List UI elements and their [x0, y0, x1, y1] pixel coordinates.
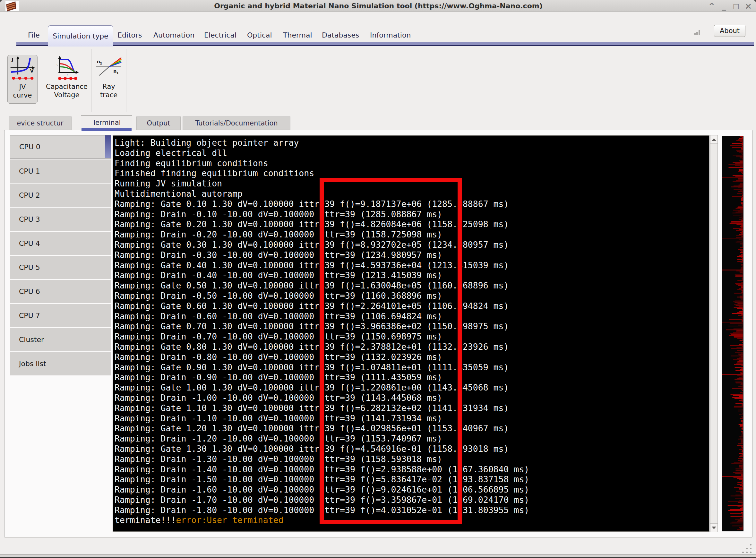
resize-grip[interactable]	[738, 542, 754, 555]
sidebar-item-cluster[interactable]: Cluster	[10, 328, 111, 351]
svg-text:J: J	[11, 57, 14, 62]
toolbar-separator	[126, 49, 126, 112]
menu-item-thermal[interactable]: Thermal	[283, 31, 312, 39]
sidebar-item-cpu1[interactable]: CPU 1	[10, 159, 111, 183]
arrow-down-icon	[712, 527, 716, 529]
title-bar[interactable]: Organic and hybrid Material Nano Simulat…	[0, 0, 756, 12]
arrow-up-icon	[712, 138, 716, 141]
app-logo-icon	[5, 1, 20, 11]
capacitance-voltage-button[interactable]: C v Capacitance Voltage	[44, 55, 90, 104]
about-button-label: About	[720, 27, 740, 35]
about-button[interactable]: About	[714, 25, 746, 37]
sidebar-item-cpu4[interactable]: CPU 4	[10, 232, 111, 255]
cpu-activity-graph	[722, 136, 744, 531]
annotation-red-rectangle	[320, 178, 462, 524]
menu-item-simulation-type[interactable]: Simulation type	[48, 25, 113, 47]
menu-item-file[interactable]: File	[28, 31, 40, 39]
svg-text:1: 1	[117, 71, 119, 75]
toolbar-separator	[92, 49, 92, 112]
capacitance-voltage-label: Capacitance Voltage	[46, 82, 87, 99]
svg-text:v: v	[67, 74, 68, 76]
jv-curve-button[interactable]: J V JV curve	[7, 55, 37, 104]
svg-text:C: C	[56, 64, 58, 66]
tab-tutorials-documentation[interactable]: Tutorials/Documentation	[183, 117, 291, 130]
terminal-scrollbar[interactable]	[710, 135, 718, 532]
tab-terminal-active-underline	[81, 128, 131, 131]
app-window: Organic and hybrid Material Nano Simulat…	[0, 0, 756, 558]
terminal-line: Finding equilibrium conditions	[115, 158, 709, 169]
signal-bars-icon	[694, 29, 702, 35]
window-shade-icon[interactable]: ^	[706, 1, 717, 11]
cpu-activity-bars	[722, 136, 744, 531]
menu-item-databases[interactable]: Databases	[322, 31, 359, 39]
svg-text:2: 2	[100, 61, 102, 65]
sidebar-item-jobs-list[interactable]: Jobs list	[10, 352, 111, 375]
jv-curve-icon: J V	[9, 55, 36, 83]
toolbar-separator	[39, 49, 39, 112]
scroll-down-button[interactable]	[710, 523, 717, 532]
ray-trace-button[interactable]: n 2 n 1 Ray trace	[93, 55, 125, 104]
ray-trace-label: Ray trace	[100, 82, 118, 99]
menu-item-electrical[interactable]: Electrical	[204, 31, 236, 39]
ray-trace-icon: n 2 n 1	[95, 55, 123, 82]
sidebar-item-cpu5[interactable]: CPU 5	[10, 256, 111, 279]
window-minimize-icon[interactable]: _	[719, 1, 729, 11]
menu-item-optical[interactable]: Optical	[247, 31, 272, 39]
menu-item-automation[interactable]: Automation	[153, 31, 195, 39]
cpu0-selection-stripe	[105, 135, 111, 158]
terminal-line: Finished finding equilibrium conditions	[115, 168, 709, 178]
terminal-error-text: error:User terminated	[176, 515, 283, 525]
sidebar-item-cpu2[interactable]: CPU 2	[10, 183, 111, 207]
window-close-icon[interactable]: ×	[743, 1, 754, 11]
menu-item-simulation-type-label: Simulation type	[53, 32, 108, 40]
window-title: Organic and hybrid Material Nano Simulat…	[0, 2, 756, 10]
menu-item-information[interactable]: Information	[370, 31, 411, 39]
scrollbar-thumb[interactable]	[711, 144, 717, 523]
terminal-line: Loading electrical dll	[115, 148, 709, 158]
sidebar-item-cpu6[interactable]: CPU 6	[10, 280, 111, 303]
window-bottom-edge	[0, 557, 756, 558]
sidebar-item-cpu7[interactable]: CPU 7	[10, 304, 111, 327]
svg-text:V: V	[30, 69, 34, 74]
menu-underline-dark	[16, 45, 754, 46]
window-maximize-icon[interactable]: □	[731, 1, 741, 11]
scroll-up-button[interactable]	[710, 135, 717, 144]
terminal-line: Light: Building object pointer array	[115, 138, 709, 148]
capacitance-voltage-icon: C v	[53, 55, 80, 82]
sidebar-item-cpu0[interactable]: CPU 0	[10, 135, 111, 158]
tab-output[interactable]: Output	[136, 117, 181, 130]
menu-item-editors[interactable]: Editors	[118, 31, 142, 39]
sidebar-item-cpu3[interactable]: CPU 3	[10, 208, 111, 231]
tab-device-structure[interactable]: evice structur	[9, 117, 72, 130]
jv-curve-label: JV curve	[13, 83, 32, 99]
